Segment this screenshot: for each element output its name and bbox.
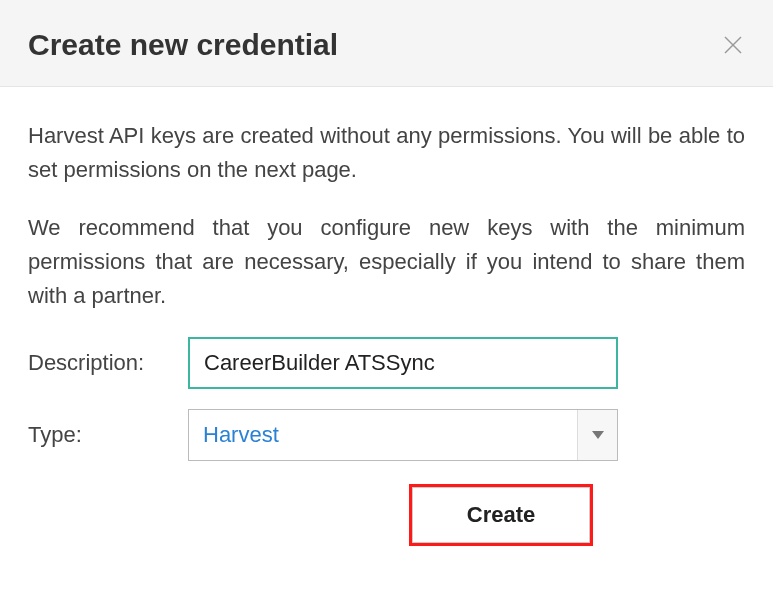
description-input[interactable] [188, 337, 618, 389]
type-select[interactable]: Harvest [188, 409, 618, 461]
info-paragraph-1: Harvest API keys are created without any… [28, 119, 745, 187]
dialog-header: Create new credential [0, 0, 773, 87]
description-label: Description: [28, 350, 188, 376]
type-label: Type: [28, 422, 188, 448]
dialog-title: Create new credential [28, 28, 338, 62]
button-row: Create [28, 487, 745, 543]
svg-marker-2 [592, 431, 604, 439]
chevron-down-icon [577, 410, 617, 460]
type-row: Type: Harvest [28, 409, 745, 461]
description-row: Description: [28, 337, 745, 389]
create-button[interactable]: Create [412, 487, 590, 543]
type-select-value: Harvest [203, 422, 279, 448]
info-paragraph-2: We recommend that you configure new keys… [28, 211, 745, 313]
dialog-body: Harvest API keys are created without any… [0, 87, 773, 571]
close-icon[interactable] [721, 33, 745, 57]
